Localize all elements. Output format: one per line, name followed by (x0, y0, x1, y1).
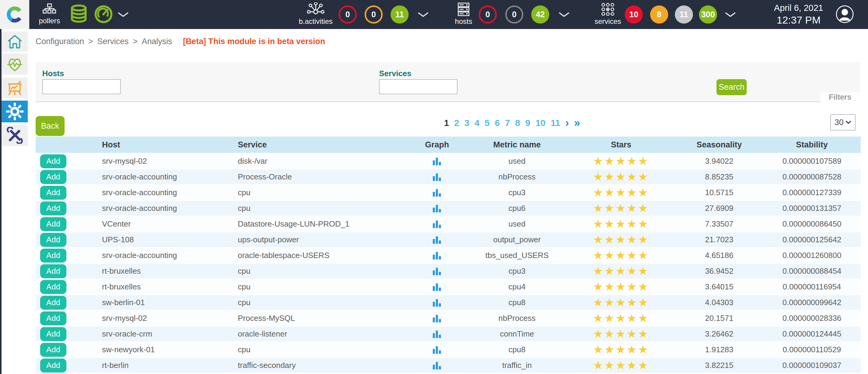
add-button[interactable]: Add (40, 358, 66, 373)
graph-cell[interactable] (407, 188, 467, 197)
table-body: Add srv-mysql-02 disk-/var used ★★★★★ 3.… (36, 154, 861, 374)
page-size-select[interactable]: 30 (830, 114, 856, 131)
graph-cell[interactable] (407, 314, 467, 323)
add-cell: Add (36, 280, 102, 294)
metric-cell: cpu3 (467, 266, 567, 276)
graph-cell[interactable] (407, 204, 467, 213)
add-cell: Add (36, 264, 102, 278)
centreon-logo[interactable] (0, 0, 29, 29)
add-button[interactable]: Add (40, 186, 66, 200)
back-button[interactable]: Back (36, 116, 65, 136)
add-button[interactable]: Add (40, 201, 66, 215)
sidebar-item-reporting[interactable] (1, 78, 28, 98)
table-row: Add srv-oracle-accounting Process-Oracle… (36, 170, 861, 185)
add-cell: Add (36, 170, 102, 184)
graph-cell[interactable] (407, 298, 467, 307)
services-filter-input[interactable] (379, 79, 458, 94)
breadcrumb: Configuration > Services > Analysis [Bet… (36, 37, 325, 46)
graph-cell[interactable] (407, 157, 467, 166)
sidebar-item-administration[interactable] (1, 125, 28, 146)
add-button[interactable]: Add (40, 296, 66, 310)
breadcrumb-configuration[interactable]: Configuration (36, 37, 84, 46)
add-button[interactable]: Add (40, 343, 66, 357)
graph-cell[interactable] (407, 173, 467, 181)
services-unknown-counter[interactable]: 11 (675, 5, 693, 24)
add-button[interactable]: Add (40, 327, 66, 341)
bar-chart-icon (432, 220, 442, 229)
col-header-host: Host (102, 140, 238, 149)
add-button[interactable]: Add (40, 249, 66, 262)
stability-cell: 0.000000127339 (763, 188, 861, 197)
table-row: Add rt-berlin traffic-secondary traffic_… (36, 358, 861, 374)
graph-cell[interactable] (407, 267, 467, 276)
host-cell: srv-mysql-02 (102, 314, 238, 323)
stability-cell: 0.000000087528 (763, 172, 861, 181)
bactivities-ok-counter[interactable]: 11 (391, 5, 409, 24)
page-number[interactable]: 6 (495, 118, 500, 128)
bactivities-warning-counter[interactable]: 0 (365, 5, 383, 24)
pollers-label: pollers (39, 17, 60, 25)
graph-cell[interactable] (407, 251, 467, 260)
bar-chart-icon (432, 361, 442, 370)
sidebar-item-configuration[interactable] (1, 100, 28, 122)
graph-cell[interactable] (407, 361, 467, 370)
hosts-unknown-counter[interactable]: 0 (505, 5, 523, 24)
breadcrumb-analysis[interactable]: Analysis (142, 37, 172, 46)
breadcrumb-services[interactable]: Services (97, 37, 129, 46)
add-button[interactable]: Add (40, 312, 66, 325)
user-avatar[interactable] (835, 5, 854, 25)
page-number[interactable]: 4 (474, 118, 479, 128)
hosts-chevron-down-icon[interactable] (559, 12, 569, 19)
hosts-filter-input[interactable] (42, 79, 121, 94)
page-number[interactable]: 2 (454, 118, 459, 128)
add-button[interactable]: Add (40, 154, 66, 168)
services-critical-counter[interactable]: 10 (625, 5, 643, 24)
add-button[interactable]: Add (40, 170, 66, 184)
bactivities-chevron-down-icon[interactable] (418, 12, 429, 19)
topbar-group-hosts[interactable]: hosts (452, 2, 476, 26)
graph-cell[interactable] (407, 329, 467, 339)
bar-chart-icon (432, 157, 442, 166)
page-number[interactable]: 5 (485, 118, 490, 128)
graph-cell[interactable] (407, 220, 467, 229)
page-number[interactable]: 7 (505, 118, 510, 128)
graph-cell[interactable] (407, 235, 467, 244)
page-number[interactable]: 3 (464, 118, 469, 128)
bar-chart-icon (432, 235, 442, 244)
services-warning-counter[interactable]: 8 (650, 5, 668, 24)
bactivities-critical-counter[interactable]: 0 (339, 5, 357, 24)
seasonality-cell: 1.91283 (676, 345, 763, 354)
services-ok-counter[interactable]: 300 (699, 5, 717, 24)
services-chevron-down-icon[interactable] (725, 12, 736, 19)
search-button[interactable]: Search (716, 79, 747, 95)
topbar-group-pollers[interactable]: pollers (38, 2, 61, 25)
add-button[interactable]: Add (40, 233, 66, 247)
sidebar-item-monitoring[interactable] (1, 54, 28, 75)
graph-cell[interactable] (407, 283, 467, 291)
seasonality-cell: 4.65186 (676, 251, 763, 260)
topbar-group-bactivities[interactable]: b.activities (298, 2, 334, 26)
filters-panel-tab[interactable]: Filters (820, 92, 860, 102)
add-button[interactable]: Add (40, 264, 66, 278)
stability-cell: 0.000000116954 (763, 282, 861, 291)
graph-cell[interactable] (407, 345, 467, 354)
add-button[interactable]: Add (40, 280, 66, 294)
poller-database-icon[interactable] (69, 4, 89, 26)
add-button[interactable]: Add (40, 217, 66, 231)
poller-latency-gauge-icon[interactable] (94, 5, 113, 25)
filter-panel: Hosts Services Search Filters (36, 62, 860, 102)
page-number[interactable]: 9 (525, 118, 531, 128)
page-number[interactable]: 1 (444, 118, 449, 128)
sidebar (0, 29, 29, 374)
topbar-group-services[interactable]: services (594, 2, 622, 26)
last-page-icon[interactable]: » (574, 118, 580, 127)
next-page-icon[interactable]: › (565, 118, 569, 127)
service-cell: cpu (238, 266, 407, 276)
page-number[interactable]: 11 (551, 118, 560, 128)
hosts-critical-counter[interactable]: 0 (479, 5, 497, 24)
hosts-ok-counter[interactable]: 42 (531, 5, 549, 24)
page-number[interactable]: 10 (535, 118, 546, 128)
page-number[interactable]: 8 (515, 118, 520, 128)
sidebar-item-home[interactable] (1, 32, 28, 52)
pollers-chevron-down-icon[interactable] (118, 12, 129, 19)
